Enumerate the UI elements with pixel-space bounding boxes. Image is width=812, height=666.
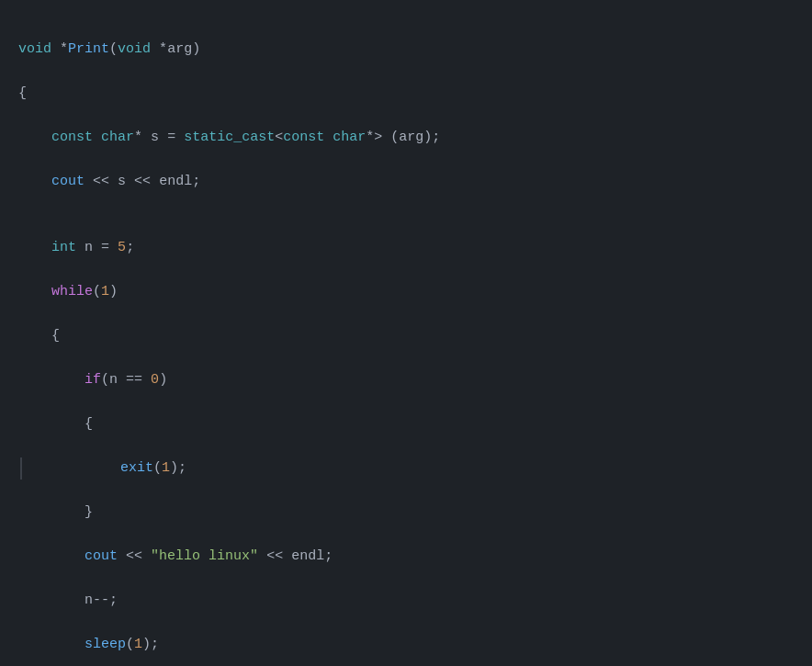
- code-line-14: n--;: [18, 590, 794, 612]
- code-line-7: while(1): [18, 281, 794, 303]
- code-line-1: void *Print(void *arg): [18, 39, 794, 61]
- code-line-8: {: [18, 325, 794, 347]
- code-line-9: if(n == 0): [18, 369, 794, 391]
- code-line-13: cout << "hello linux" << endl;: [18, 546, 794, 568]
- code-line-2: {: [18, 83, 794, 105]
- code-editor: void *Print(void *arg) { const char* s =…: [0, 0, 812, 666]
- code-line-15: sleep(1);: [18, 634, 794, 656]
- code-line-12: }: [18, 502, 794, 524]
- code-line-10: {: [18, 413, 794, 435]
- code-line-6: int n = 5;: [18, 237, 794, 259]
- code-line-4: cout << s << endl;: [18, 171, 794, 193]
- code-line-3: const char* s = static_cast<const char*>…: [18, 127, 794, 149]
- code-line-11: exit(1);: [18, 457, 794, 480]
